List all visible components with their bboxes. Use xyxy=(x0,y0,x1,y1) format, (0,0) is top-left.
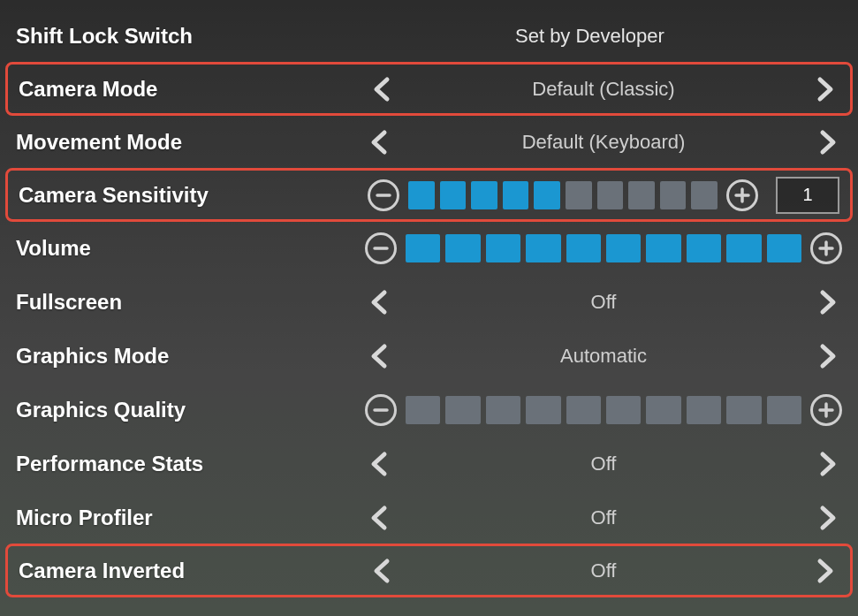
slider-segment xyxy=(767,234,801,262)
setting-control xyxy=(365,383,842,437)
plus-icon[interactable] xyxy=(810,394,842,426)
setting-control: Default (Keyboard) xyxy=(365,115,842,169)
minus-icon[interactable] xyxy=(365,394,397,426)
setting-row-performance-stats: Performance StatsOff xyxy=(0,437,858,491)
settings-panel: Shift Lock SwitchSet by DeveloperCamera … xyxy=(0,0,858,597)
slider-segment xyxy=(566,396,601,424)
slider-segment xyxy=(408,181,435,209)
slider-segment xyxy=(471,181,497,209)
chevron-right-icon[interactable] xyxy=(812,341,842,371)
chevron-right-icon[interactable] xyxy=(809,74,839,104)
chevron-right-icon[interactable] xyxy=(809,556,839,586)
slider-segment xyxy=(691,181,718,209)
slider-segment xyxy=(486,396,520,424)
setting-row-camera-inverted: Camera InvertedOff xyxy=(5,544,853,597)
setting-label: Camera Sensitivity xyxy=(19,183,368,208)
setting-row-graphics-quality: Graphics Quality xyxy=(0,383,858,437)
selector-value: Off xyxy=(395,506,812,529)
slider-segment xyxy=(606,396,641,424)
plus-icon[interactable] xyxy=(810,232,842,264)
slider-segment xyxy=(503,181,529,209)
setting-row-shift-lock: Shift Lock SwitchSet by Developer xyxy=(0,9,858,63)
chevron-right-icon[interactable] xyxy=(812,449,842,479)
slider-segment xyxy=(726,234,761,262)
slider-segment xyxy=(445,234,480,262)
chevron-right-icon[interactable] xyxy=(812,287,842,317)
slider-segment xyxy=(646,234,680,262)
setting-label: Volume xyxy=(16,236,365,261)
selector-value: Automatic xyxy=(395,345,812,368)
setting-control: Automatic xyxy=(365,329,842,383)
setting-label: Fullscreen xyxy=(16,290,365,315)
setting-row-camera-sensitivity: Camera Sensitivity1 xyxy=(5,168,853,222)
setting-control: Default (Classic) xyxy=(368,65,839,113)
slider-segment xyxy=(526,234,560,262)
minus-icon[interactable] xyxy=(368,179,399,211)
slider-track[interactable] xyxy=(406,396,801,424)
setting-row-micro-profiler: Micro ProfilerOff xyxy=(0,491,858,544)
selector-value: Off xyxy=(395,452,812,475)
slider-track[interactable] xyxy=(408,181,718,209)
slider-segment xyxy=(406,234,440,262)
setting-label: Micro Profiler xyxy=(16,506,365,530)
slider-segment xyxy=(440,181,467,209)
static-value: Set by Developer xyxy=(515,25,664,47)
slider-track[interactable] xyxy=(406,234,801,262)
slider-segment xyxy=(566,234,601,262)
setting-control: Off xyxy=(368,546,839,595)
chevron-left-icon[interactable] xyxy=(365,287,395,317)
setting-control: Set by Developer xyxy=(365,9,842,63)
setting-row-graphics-mode: Graphics ModeAutomatic xyxy=(0,329,858,383)
slider-segment xyxy=(687,234,721,262)
slider-segment xyxy=(406,396,440,424)
setting-control: 1 xyxy=(368,171,839,219)
setting-row-volume: Volume xyxy=(0,221,858,275)
slider-segment xyxy=(606,234,641,262)
setting-control xyxy=(365,221,842,275)
chevron-left-icon[interactable] xyxy=(368,556,398,586)
selector-value: Off xyxy=(395,291,812,314)
setting-label: Camera Mode xyxy=(19,77,368,102)
slider-segment xyxy=(534,181,560,209)
slider-segment xyxy=(628,181,655,209)
setting-row-movement-mode: Movement ModeDefault (Keyboard) xyxy=(0,115,858,169)
setting-row-fullscreen: FullscreenOff xyxy=(0,275,858,329)
chevron-left-icon[interactable] xyxy=(365,127,395,157)
chevron-left-icon[interactable] xyxy=(365,341,395,371)
setting-label: Movement Mode xyxy=(16,130,365,155)
chevron-left-icon[interactable] xyxy=(365,449,395,479)
setting-control: Off xyxy=(365,437,842,491)
slider-segment xyxy=(526,396,560,424)
selector-value: Default (Classic) xyxy=(398,78,809,101)
chevron-left-icon[interactable] xyxy=(368,74,398,104)
setting-label: Graphics Quality xyxy=(16,398,365,422)
setting-control: Off xyxy=(365,275,842,329)
chevron-right-icon[interactable] xyxy=(812,503,842,533)
selector-value: Off xyxy=(398,559,809,582)
slider-segment xyxy=(486,234,520,262)
plus-icon[interactable] xyxy=(726,179,758,211)
setting-label: Camera Inverted xyxy=(19,559,368,583)
setting-row-camera-mode: Camera ModeDefault (Classic) xyxy=(5,62,853,116)
slider-segment xyxy=(767,396,801,424)
slider-segment xyxy=(445,396,480,424)
slider-segment xyxy=(687,396,721,424)
setting-label: Graphics Mode xyxy=(16,344,365,369)
slider-segment xyxy=(660,181,687,209)
selector-value: Default (Keyboard) xyxy=(395,131,812,154)
chevron-right-icon[interactable] xyxy=(812,127,842,157)
slider-segment xyxy=(726,396,761,424)
setting-label: Shift Lock Switch xyxy=(16,24,365,49)
slider-segment xyxy=(597,181,624,209)
slider-segment xyxy=(646,396,680,424)
setting-control: Off xyxy=(365,491,842,544)
slider-segment xyxy=(566,181,592,209)
numeric-input[interactable]: 1 xyxy=(776,177,839,214)
setting-label: Performance Stats xyxy=(16,452,365,476)
minus-icon[interactable] xyxy=(365,232,397,264)
chevron-left-icon[interactable] xyxy=(365,503,395,533)
